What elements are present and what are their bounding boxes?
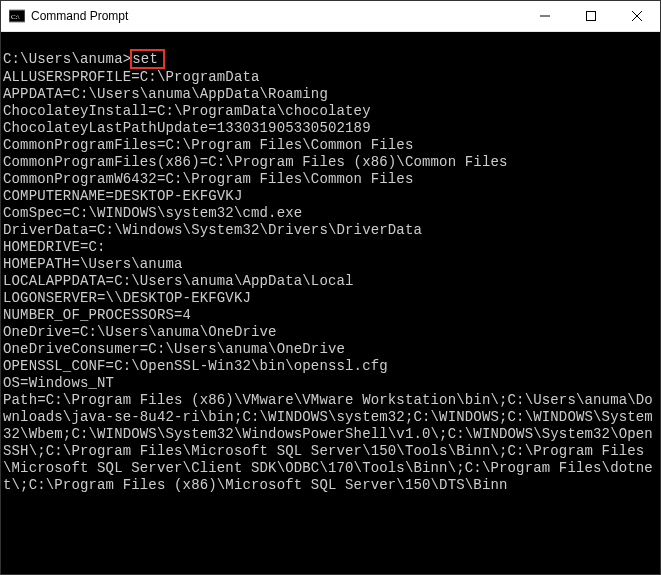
env-line: CommonProgramFiles(x86)=C:\Program Files… bbox=[3, 154, 658, 171]
env-line: DriverData=C:\Windows\System32\Drivers\D… bbox=[3, 222, 658, 239]
env-line: ALLUSERSPROFILE=C:\ProgramData bbox=[3, 69, 658, 86]
env-line: ComSpec=C:\WINDOWS\system32\cmd.exe bbox=[3, 205, 658, 222]
env-line: HOMEPATH=\Users\anuma bbox=[3, 256, 658, 273]
env-line: CommonProgramFiles=C:\Program Files\Comm… bbox=[3, 137, 658, 154]
env-line: APPDATA=C:\Users\anuma\AppData\Roaming bbox=[3, 86, 658, 103]
env-line: Path=C:\Program Files (x86)\VMware\VMwar… bbox=[3, 392, 658, 494]
terminal-area[interactable]: C:\Users\anuma>set ALLUSERSPROFILE=C:\Pr… bbox=[1, 32, 660, 574]
window-controls bbox=[522, 1, 660, 31]
env-line: CommonProgramW6432=C:\Program Files\Comm… bbox=[3, 171, 658, 188]
env-line: OneDriveConsumer=C:\Users\anuma\OneDrive bbox=[3, 341, 658, 358]
env-line: OS=Windows_NT bbox=[3, 375, 658, 392]
env-line: NUMBER_OF_PROCESSORS=4 bbox=[3, 307, 658, 324]
env-line: OPENSSL_CONF=C:\OpenSSL-Win32\bin\openss… bbox=[3, 358, 658, 375]
svg-rect-3 bbox=[587, 12, 596, 21]
terminal-content: C:\Users\anuma>set ALLUSERSPROFILE=C:\Pr… bbox=[1, 32, 660, 494]
close-button[interactable] bbox=[614, 1, 660, 31]
svg-text:C:\: C:\ bbox=[11, 13, 20, 21]
titlebar: C:\ Command Prompt bbox=[1, 1, 660, 32]
env-line: ChocolateyInstall=C:\ProgramData\chocola… bbox=[3, 103, 658, 120]
minimize-button[interactable] bbox=[522, 1, 568, 31]
blank-line bbox=[3, 32, 658, 49]
env-line: OneDrive=C:\Users\anuma\OneDrive bbox=[3, 324, 658, 341]
env-line: LOCALAPPDATA=C:\Users\anuma\AppData\Loca… bbox=[3, 273, 658, 290]
env-line: ChocolateyLastPathUpdate=133031905330502… bbox=[3, 120, 658, 137]
env-line: COMPUTERNAME=DESKTOP-EKFGVKJ bbox=[3, 188, 658, 205]
prompt-line: C:\Users\anuma>set bbox=[3, 49, 658, 69]
maximize-button[interactable] bbox=[568, 1, 614, 31]
cmd-icon: C:\ bbox=[9, 8, 25, 24]
command-highlight: set bbox=[130, 49, 165, 69]
env-line: HOMEDRIVE=C: bbox=[3, 239, 658, 256]
window-title: Command Prompt bbox=[31, 9, 522, 23]
env-line: LOGONSERVER=\\DESKTOP-EKFGVKJ bbox=[3, 290, 658, 307]
prompt-path: C:\Users\anuma> bbox=[3, 51, 131, 67]
